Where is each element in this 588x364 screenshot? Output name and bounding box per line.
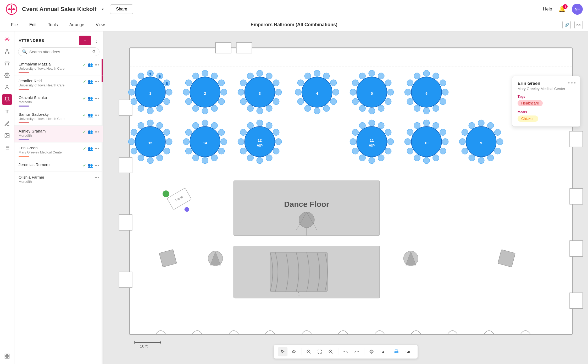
attendee-item[interactable]: ✓ 👥 ••• Samuil Sadovsky University of Io… [14, 109, 103, 126]
zoom-in-button[interactable] [326, 347, 335, 356]
svg-point-72 [257, 70, 263, 76]
attendee-item[interactable]: ✓ 👥 ••• Jennifer Reid University of Iowa… [14, 75, 103, 92]
list-icon[interactable] [2, 142, 12, 153]
settings-icon[interactable] [2, 70, 12, 81]
menu-file[interactable]: File [5, 18, 24, 31]
svg-text:2: 2 [204, 91, 206, 96]
popup-more-button[interactable]: • • • [568, 80, 576, 86]
more-dots-button[interactable]: ••• [95, 79, 99, 84]
help-link[interactable]: Help [543, 7, 552, 12]
image-icon[interactable] [2, 130, 12, 141]
share-button[interactable]: Share [110, 4, 133, 14]
svg-point-234 [371, 351, 372, 352]
more-dots-button[interactable]: ••• [95, 163, 99, 168]
user-avatar[interactable]: NF [572, 4, 583, 15]
attendee-item[interactable]: ✓ 👥 ••• Ashley Graham Meredith [14, 126, 103, 142]
svg-point-187 [433, 122, 439, 129]
filter-button[interactable]: ⚗ [92, 49, 96, 54]
menu-view[interactable]: View [90, 18, 110, 31]
svg-point-96 [297, 80, 304, 86]
svg-point-80 [240, 98, 246, 105]
svg-point-186 [423, 120, 430, 126]
svg-point-81 [238, 89, 244, 95]
notifications-button[interactable]: 🔔 3 [558, 6, 565, 13]
menu-arrange[interactable]: Arrange [64, 18, 90, 31]
pen-icon[interactable] [2, 118, 12, 129]
more-dots-button[interactable]: ••• [95, 113, 99, 118]
svg-rect-12 [5, 97, 9, 100]
menu-tools[interactable]: Tools [42, 18, 63, 31]
network-icon[interactable] [2, 46, 12, 57]
cursor-tool[interactable] [278, 347, 287, 356]
chicken-meal-tag[interactable]: Chicken [518, 115, 538, 122]
group-icon: 👥 [88, 62, 93, 67]
healthcare-tag[interactable]: Healthcare [518, 100, 543, 106]
more-dots-button[interactable]: ••• [95, 146, 99, 151]
more-dots-button[interactable]: ••• [95, 63, 99, 67]
table-icon[interactable] [2, 58, 12, 69]
title-dropdown[interactable]: ▾ [102, 7, 104, 11]
svg-rect-33 [119, 215, 132, 230]
attendee-item[interactable]: ••• Olishia Farmer Meredith [14, 172, 103, 186]
svg-text:6: 6 [425, 91, 428, 96]
grid-icon[interactable] [2, 351, 12, 361]
home-icon[interactable] [2, 34, 12, 45]
svg-point-65 [192, 105, 199, 112]
svg-point-151 [183, 139, 190, 145]
svg-line-5 [5, 50, 7, 52]
pan-tool[interactable] [289, 347, 298, 356]
svg-point-122 [407, 98, 413, 105]
check-icon: ✓ [83, 62, 86, 67]
svg-point-203 [497, 139, 503, 145]
pdf-icon[interactable]: PDF [574, 21, 583, 29]
add-attendee-button[interactable]: + [79, 36, 91, 45]
person-dot-piano[interactable] [162, 190, 170, 197]
attendee-item[interactable]: ✓ 👥 ••• Erin Green Mary Greeley Medical … [14, 142, 103, 159]
svg-point-119 [433, 105, 439, 112]
attendee-item[interactable]: ✓ 👥 ••• Jeremias Romero [14, 159, 103, 172]
svg-text:3: 3 [259, 91, 261, 96]
more-dots-button[interactable]: ••• [95, 175, 99, 180]
link-icon[interactable]: 🔗 [562, 21, 571, 29]
svg-point-129 [157, 122, 163, 129]
undo-button[interactable] [341, 347, 350, 356]
person-dot-2[interactable] [184, 207, 190, 212]
svg-point-205 [487, 155, 494, 161]
search-input[interactable] [29, 49, 90, 54]
attendee-bar [19, 106, 29, 107]
attendee-item[interactable]: ✓ 👥 ••• Emmalynn Mazzia University of Io… [14, 59, 103, 75]
svg-point-182 [352, 129, 358, 135]
total-count: 140 [403, 350, 413, 354]
canvas-area[interactable]: • • • Erin Green Mary Greeley Medical Ce… [103, 31, 588, 364]
attendee-bar [19, 139, 29, 140]
sidebar-more-button[interactable]: ⋮ [94, 37, 99, 44]
svg-point-46 [157, 105, 163, 112]
svg-text:👤: 👤 [158, 75, 162, 78]
svg-rect-37 [570, 241, 583, 256]
arrangement-button[interactable] [367, 347, 376, 356]
svg-point-115 [433, 73, 439, 79]
svg-point-89 [333, 89, 339, 95]
svg-point-82 [240, 80, 246, 86]
svg-point-76 [273, 98, 279, 105]
attendee-item[interactable]: ✓ 👥 ••• Okazaki Suzuko Meredith [14, 92, 103, 109]
text-icon[interactable]: T [2, 106, 12, 117]
svg-point-63 [211, 105, 218, 112]
svg-point-210 [462, 129, 468, 135]
svg-point-49 [131, 98, 137, 105]
toolbar-separator-3 [364, 348, 364, 355]
svg-point-157 [257, 120, 263, 126]
svg-text:5: 5 [371, 91, 373, 96]
more-dots-button[interactable]: ••• [95, 96, 99, 101]
svg-point-181 [350, 139, 356, 145]
menu-edit[interactable]: Edit [24, 18, 42, 31]
svg-rect-25 [5, 357, 7, 358]
redo-button[interactable] [352, 347, 361, 356]
seating-icon[interactable] [2, 94, 12, 105]
more-dots-button[interactable]: ••• [95, 130, 99, 134]
svg-point-104 [385, 98, 391, 105]
person-icon[interactable] [2, 82, 12, 93]
zoom-out-button[interactable] [304, 347, 313, 356]
fit-view-button[interactable] [315, 347, 324, 356]
chairs-button[interactable] [392, 347, 401, 356]
